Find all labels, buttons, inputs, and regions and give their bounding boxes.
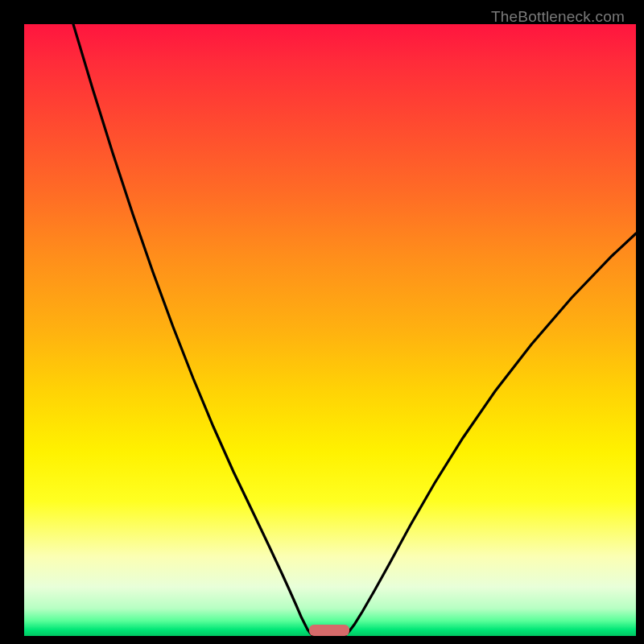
chart-frame: TheBottleneck.com: [8, 8, 636, 636]
plot-area: [24, 24, 636, 636]
bottleneck-marker: [309, 625, 349, 636]
watermark-text: TheBottleneck.com: [491, 8, 625, 26]
left-curve: [73, 24, 315, 636]
right-curve: [344, 233, 636, 636]
curve-layer: [24, 24, 636, 636]
